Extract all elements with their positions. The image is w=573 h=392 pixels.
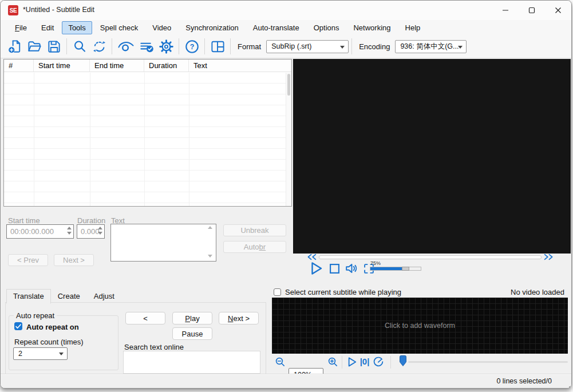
- layout-icon: [210, 39, 226, 54]
- minimize-button[interactable]: [492, 1, 519, 20]
- svg-text:|0|: |0|: [360, 357, 370, 366]
- column-header-text[interactable]: Text: [189, 60, 291, 72]
- menu-auto-translate[interactable]: Auto-translate: [247, 21, 306, 34]
- chevron-down-icon: [340, 46, 345, 49]
- title-bar: SE *Untitled - Subtitle Edit: [1, 1, 571, 20]
- menu-video[interactable]: Video: [146, 21, 177, 34]
- visual-sync-button[interactable]: [115, 37, 137, 56]
- column-header-start-time[interactable]: Start time: [34, 60, 90, 72]
- volume-slider-thumb[interactable]: [402, 267, 409, 271]
- play-from-zero-button[interactable]: |0|: [358, 354, 372, 371]
- find-button[interactable]: [70, 37, 89, 56]
- menu-options[interactable]: Options: [307, 21, 346, 34]
- tab-adjust[interactable]: Adjust: [87, 289, 121, 304]
- seek-less-button[interactable]: <: [125, 312, 165, 324]
- pause-button[interactable]: Pause: [172, 327, 212, 340]
- new-file-button[interactable]: [5, 37, 25, 56]
- open-file-button[interactable]: [25, 37, 44, 56]
- help-button[interactable]: ?: [182, 37, 201, 56]
- settings-button[interactable]: [156, 37, 176, 56]
- list-scrollbar-thumb[interactable]: [287, 74, 290, 96]
- prev-subtitle-button[interactable]: < Prev: [8, 254, 48, 266]
- app-icon: SE: [8, 5, 18, 15]
- toolbar-separator: [204, 38, 205, 54]
- play-button[interactable]: Play: [172, 312, 212, 324]
- menu-help[interactable]: Help: [399, 21, 427, 34]
- auto-repeat-checkbox[interactable]: [14, 322, 22, 330]
- screen: SE *Untitled - Subtitle Edit File Edit T…: [0, 0, 573, 392]
- waveform-scrollbar[interactable]: [408, 361, 568, 363]
- subtitle-list[interactable]: # Start time End time Duration Text: [3, 59, 292, 207]
- video-stop-button[interactable]: [328, 262, 341, 275]
- volume-slider-fill: [370, 267, 402, 270]
- svg-text:?: ?: [189, 42, 194, 50]
- menu-spell-check[interactable]: Spell check: [94, 21, 144, 34]
- auto-br-button[interactable]: Auto br: [223, 241, 286, 253]
- column-header-duration[interactable]: Duration: [144, 60, 189, 72]
- repeat-count-select[interactable]: 2: [13, 347, 68, 360]
- format-label: Format: [238, 42, 261, 51]
- auto-repeat-group-label: Auto repeat: [14, 311, 57, 320]
- waveform-play-button[interactable]: [346, 356, 358, 370]
- subtitle-text-input[interactable]: [110, 224, 216, 262]
- waveform-area[interactable]: Click to add waveform: [272, 298, 568, 354]
- menu-tools[interactable]: Tools: [62, 21, 92, 34]
- format-select[interactable]: SubRip (.srt): [266, 40, 349, 53]
- resize-grip[interactable]: [567, 384, 568, 385]
- save-button[interactable]: [44, 37, 64, 56]
- menu-file[interactable]: File: [9, 21, 33, 34]
- format-value: SubRip (.srt): [271, 42, 311, 50]
- next-subtitle-button[interactable]: Next >: [54, 254, 94, 266]
- next-button[interactable]: Next >: [219, 312, 259, 324]
- replace-button[interactable]: [89, 37, 109, 56]
- video-play-button[interactable]: [308, 260, 324, 277]
- menu-networking[interactable]: Networking: [347, 21, 397, 34]
- tab-create[interactable]: Create: [51, 289, 87, 304]
- video-seek-bar[interactable]: [319, 255, 542, 259]
- volume-icon: [344, 261, 359, 276]
- search-text-online-input[interactable]: [123, 351, 260, 374]
- waveform-position-marker[interactable]: [399, 355, 407, 370]
- video-display[interactable]: [293, 59, 571, 254]
- unbreak-button[interactable]: Unbreak: [223, 224, 286, 236]
- waveform-zoom-in-button[interactable]: [327, 356, 339, 370]
- subtitle-list-body[interactable]: [4, 73, 291, 206]
- waveform-separator: [390, 356, 391, 369]
- video-mute-button[interactable]: [344, 261, 359, 276]
- maximize-button[interactable]: [519, 1, 545, 20]
- column-header-number[interactable]: #: [4, 60, 34, 72]
- volume-slider[interactable]: [370, 267, 421, 271]
- spin-up-icon[interactable]: [67, 227, 72, 229]
- encoding-label: Encoding: [359, 42, 390, 51]
- toolbar-separator: [179, 38, 179, 54]
- auto-repeat-checkbox-label[interactable]: Auto repeat on: [26, 323, 79, 331]
- textarea-scroll-up[interactable]: [208, 226, 212, 229]
- start-time-spinner[interactable]: 00:00:00.000: [6, 224, 74, 239]
- status-bar: 0 lines selected/0: [1, 374, 571, 388]
- play-icon: [346, 356, 358, 368]
- duration-spinner[interactable]: 0.000: [77, 224, 105, 239]
- textarea-scroll-down[interactable]: [208, 255, 212, 258]
- column-divider: [34, 73, 34, 206]
- no-video-loaded-label: No video loaded: [511, 288, 564, 296]
- subtitle-list-header: # Start time End time Duration Text: [4, 60, 291, 72]
- layout-button[interactable]: [208, 37, 227, 56]
- column-header-end-time[interactable]: End time: [90, 60, 144, 72]
- spin-up-icon[interactable]: [98, 227, 102, 229]
- close-button[interactable]: [545, 1, 571, 20]
- tab-translate[interactable]: Translate: [6, 289, 51, 304]
- select-current-subtitle-label[interactable]: Select current subtitle while playing: [285, 288, 401, 296]
- spin-down-icon[interactable]: [67, 232, 72, 235]
- encoding-select[interactable]: 936: 简体中文(G...: [395, 40, 467, 53]
- select-current-subtitle-checkbox[interactable]: [274, 288, 281, 296]
- menu-synchronization[interactable]: Synchronization: [179, 21, 245, 34]
- waveform-zoom-out-button[interactable]: [274, 356, 286, 370]
- start-time-label: Start time: [8, 216, 40, 225]
- play-from-zero-icon: |0|: [358, 354, 372, 369]
- spin-down-icon[interactable]: [98, 232, 102, 235]
- seek-forward-button[interactable]: [543, 253, 554, 261]
- playback-speed-button[interactable]: [372, 355, 385, 370]
- spell-check-button[interactable]: [137, 37, 156, 56]
- list-scrollbar[interactable]: [286, 73, 291, 206]
- menu-edit[interactable]: Edit: [35, 21, 60, 34]
